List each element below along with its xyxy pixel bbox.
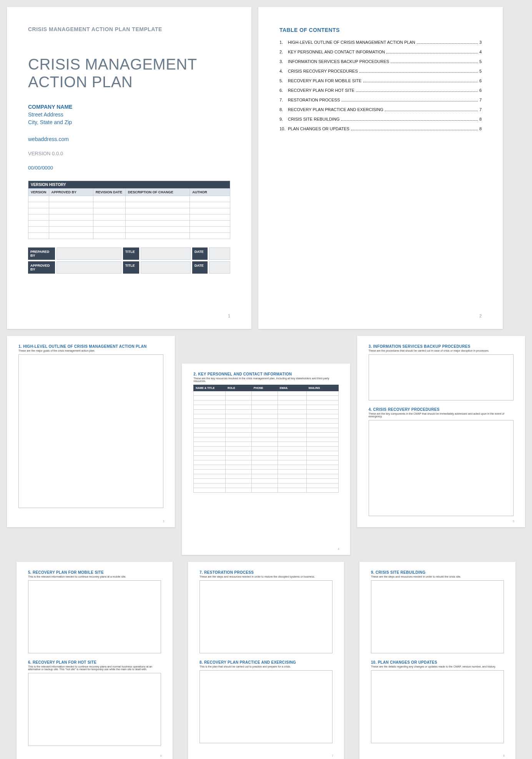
table-row	[194, 419, 338, 424]
col-mailing: MAILING	[306, 385, 338, 391]
page-number: 8	[503, 754, 505, 757]
date-label-sig: DATE	[192, 247, 208, 260]
section-heading: 9. CRISIS SITE REBUILDING	[371, 570, 504, 575]
table-row	[194, 460, 338, 465]
toc-item: 3.INFORMATION SERVICES BACKUP PROCEDURES…	[279, 59, 482, 64]
section-subtext: This is the plan that should be carried …	[200, 665, 332, 668]
prepared-by-label: PREPARED BY	[28, 247, 55, 260]
prepared-by-row: PREPARED BY TITLE DATE	[28, 247, 230, 260]
section-7: 7. RESTORATION PROCESS These are the ste…	[200, 570, 332, 653]
table-row	[28, 227, 230, 233]
table-row	[194, 474, 338, 479]
table-row	[194, 488, 338, 493]
toc-item: 2.KEY PERSONNEL AND CONTACT INFORMATION4	[279, 50, 482, 55]
section-subtext: These are the key components in the CMAP…	[369, 412, 514, 418]
section-subtext: These are the steps and resources needed…	[371, 575, 504, 578]
table-row	[194, 456, 338, 460]
table-row	[194, 433, 338, 437]
page-8: 9. CRISIS SITE REBUILDING These are the …	[359, 562, 515, 759]
section-heading: 10. PLAN CHANGES OR UPDATES	[371, 660, 504, 664]
table-row	[28, 202, 230, 208]
page-number: 1	[228, 314, 230, 318]
table-row	[194, 470, 338, 474]
page-4: 2. KEY PERSONNEL AND CONTACT INFORMATION…	[182, 364, 350, 555]
toc-item: 1.HIGH-LEVEL OUTLINE OF CRISIS MANAGEMEN…	[279, 40, 482, 45]
personnel-table: NAME & TITLE ROLE PHONE EMAIL MAILING	[193, 385, 338, 493]
table-row	[194, 391, 338, 396]
section-3: 3. INFORMATION SERVICES BACKUP PROCEDURE…	[369, 344, 514, 400]
section-subtext: These are the major goals of the crisis …	[18, 349, 163, 352]
table-row	[194, 451, 338, 456]
content-box	[28, 580, 161, 653]
version-label: VERSION 0.0.0	[28, 151, 230, 156]
section-heading: 7. RESTORATION PROCESS	[200, 570, 332, 575]
date-label-sig2: DATE	[192, 261, 208, 274]
table-row	[194, 428, 338, 433]
toc-title: TABLE OF CONTENTS	[279, 27, 482, 33]
prepared-by-field	[57, 247, 121, 260]
table-row	[194, 424, 338, 428]
section-heading: 1. HIGH-LEVEL OUTLINE OF CRISIS MANAGEME…	[18, 344, 163, 349]
page-5: 3. INFORMATION SERVICES BACKUP PROCEDURE…	[357, 336, 525, 527]
col-version: VERSION	[28, 189, 49, 196]
section-10: 10. PLAN CHANGES OR UPDATES These are th…	[371, 660, 504, 743]
section-subtext: These are the steps and resources needed…	[200, 575, 332, 578]
toc-item: 7.RESTORATION PROCESS7	[279, 98, 482, 103]
section-heading: 6. RECOVERY PLAN FOR HOT SITE	[28, 660, 161, 664]
section-subtext: These are the key resources involved in …	[193, 377, 338, 382]
table-row	[28, 233, 230, 239]
table-row	[194, 396, 338, 400]
toc-item: 9.CRISIS SITE REBUILDING8	[279, 117, 482, 122]
web-address: webaddress.com	[28, 136, 230, 142]
version-history-title: VERSION HISTORY	[28, 181, 230, 189]
toc-item: 8.RECOVERY PLAN PRACTICE AND EXERCISING7	[279, 107, 482, 112]
title-line1: CRISIS MANAGEMENT	[28, 56, 197, 73]
page-7: 7. RESTORATION PROCESS These are the ste…	[188, 562, 344, 759]
approved-by-row: APPROVED BY TITLE DATE	[28, 261, 230, 274]
content-box	[200, 580, 332, 653]
page-number: 3	[163, 520, 164, 523]
section-8: 8. RECOVERY PLAN PRACTICE AND EXERCISING…	[200, 660, 332, 743]
col-description: DESCRIPTION OF CHANGE	[125, 189, 190, 196]
content-box	[28, 673, 161, 746]
toc-item: 10.PLAN CHANGES OR UPDATES8	[279, 126, 482, 131]
approved-by-label: APPROVED BY	[28, 261, 55, 274]
section-heading: 4. CRISIS RECOVERY PROCEDURES	[369, 407, 514, 412]
table-row	[194, 410, 338, 414]
table-row	[194, 405, 338, 410]
table-header-row: NAME & TITLE ROLE PHONE EMAIL MAILING	[194, 385, 338, 391]
page-2: TABLE OF CONTENTS 1.HIGH-LEVEL OUTLINE O…	[258, 7, 503, 329]
street-address: Street Address	[28, 111, 230, 118]
table-row	[194, 479, 338, 483]
content-box	[371, 670, 504, 743]
page-3: 1. HIGH-LEVEL OUTLINE OF CRISIS MANAGEME…	[7, 336, 175, 527]
col-email: EMAIL	[278, 385, 306, 391]
content-box	[369, 354, 514, 400]
table-row	[194, 447, 338, 451]
title-label: TITLE	[123, 247, 139, 260]
table-row	[28, 221, 230, 227]
col-author: AUTHOR	[190, 189, 230, 196]
section-subtext: These are the procedures that should be …	[369, 349, 514, 352]
table-row	[194, 442, 338, 447]
table-row	[194, 483, 338, 488]
date-label: 00/00/0000	[28, 165, 230, 171]
content-box	[371, 580, 504, 653]
title-field2	[141, 261, 191, 274]
table-row	[28, 208, 230, 214]
section-6: 6. RECOVERY PLAN FOR HOT SITE This is th…	[28, 660, 161, 746]
title-field	[141, 247, 191, 260]
section-heading: 3. INFORMATION SERVICES BACKUP PROCEDURE…	[369, 344, 514, 349]
table-row	[28, 196, 230, 202]
page-number: 4	[338, 548, 339, 550]
toc-list: 1.HIGH-LEVEL OUTLINE OF CRISIS MANAGEMEN…	[279, 40, 482, 131]
section-heading: 8. RECOVERY PLAN PRACTICE AND EXERCISING	[200, 660, 332, 664]
page-number: 2	[479, 314, 482, 318]
content-box	[369, 420, 514, 516]
col-role: ROLE	[226, 385, 252, 391]
approved-by-field	[57, 261, 121, 274]
content-box	[18, 354, 163, 508]
table-row	[194, 400, 338, 405]
col-revdate: REVISION DATE	[93, 189, 125, 196]
date-field	[209, 247, 230, 260]
